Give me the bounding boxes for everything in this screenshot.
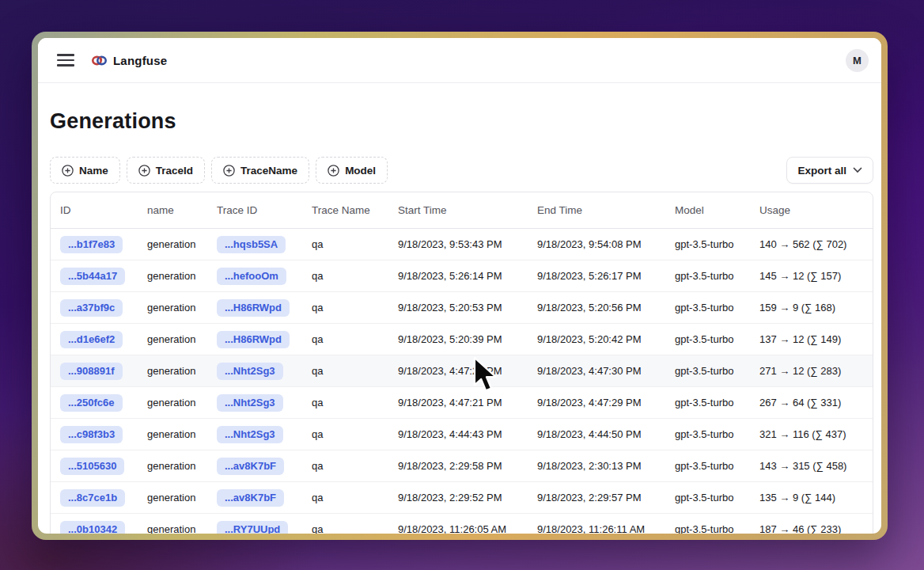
- trace-name-cell: qa: [302, 302, 388, 314]
- model-cell: gpt-3.5-turbo: [665, 333, 750, 345]
- usage-cell: 140 → 562 (∑ 702): [750, 238, 873, 250]
- generation-id-pill[interactable]: ...c98f3b3: [60, 426, 123, 443]
- plus-circle-icon: [138, 165, 150, 177]
- column-header-trace-id: Trace ID: [207, 204, 302, 216]
- table-row[interactable]: ...5b44a17 generation ...hefooOm qa 9/18…: [51, 260, 873, 292]
- table-row-hovered[interactable]: ...908891f generation ...Nht2Sg3 qa 9/18…: [51, 355, 873, 387]
- name-cell: generation: [138, 333, 207, 345]
- trace-id-pill[interactable]: ...av8K7bF: [217, 458, 284, 475]
- end-time-cell: 9/18/2023, 4:47:29 PM: [528, 397, 665, 408]
- end-time-cell: 9/18/2023, 4:47:30 PM: [528, 365, 665, 377]
- model-cell: gpt-3.5-turbo: [665, 460, 750, 472]
- trace-name-cell: qa: [302, 365, 388, 377]
- filter-button-model[interactable]: Model: [316, 157, 388, 184]
- controls-row: Name TraceId TraceName Model Export all: [50, 157, 873, 184]
- start-time-cell: 9/18/2023, 9:53:43 PM: [388, 238, 528, 250]
- name-cell: generation: [138, 365, 207, 377]
- column-header-name: name: [138, 204, 207, 216]
- end-time-cell: 9/18/2023, 5:20:56 PM: [528, 302, 665, 314]
- table-row[interactable]: ...5105630 generation ...av8K7bF qa 9/18…: [51, 450, 873, 482]
- column-header-end-time: End Time: [528, 204, 665, 216]
- filter-label: TraceId: [156, 165, 193, 177]
- generation-id-pill[interactable]: ...d1e6ef2: [60, 331, 123, 348]
- model-cell: gpt-3.5-turbo: [665, 302, 750, 314]
- model-cell: gpt-3.5-turbo: [665, 397, 750, 408]
- column-header-id: ID: [51, 204, 138, 216]
- name-cell: generation: [138, 492, 207, 504]
- end-time-cell: 9/18/2023, 9:54:08 PM: [528, 238, 665, 250]
- start-time-cell: 9/18/2023, 2:29:58 PM: [388, 460, 528, 472]
- usage-cell: 137 → 12 (∑ 149): [750, 333, 873, 345]
- filter-button-name[interactable]: Name: [50, 157, 120, 184]
- end-time-cell: 9/18/2023, 4:44:50 PM: [528, 428, 665, 440]
- start-time-cell: 9/18/2023, 4:44:43 PM: [388, 428, 528, 440]
- table-row[interactable]: ...8c7ce1b generation ...av8K7bF qa 9/18…: [51, 482, 873, 514]
- generations-table: ID name Trace ID Trace Name Start Time E…: [50, 192, 873, 534]
- usage-cell: 271 → 12 (∑ 283): [750, 365, 873, 377]
- trace-name-cell: qa: [302, 270, 388, 282]
- table-row[interactable]: ...0b10342 generation ...RY7UUpd qa 9/18…: [51, 514, 873, 534]
- model-cell: gpt-3.5-turbo: [665, 523, 750, 534]
- trace-id-pill[interactable]: ...RY7UUpd: [217, 521, 288, 534]
- name-cell: generation: [138, 523, 207, 534]
- table-row[interactable]: ...a37bf9c generation ...H86RWpd qa 9/18…: [51, 292, 873, 324]
- usage-cell: 187 → 46 (∑ 233): [750, 523, 873, 534]
- filter-label: Name: [79, 165, 108, 177]
- trace-id-pill[interactable]: ...Nht2Sg3: [217, 426, 283, 443]
- generation-id-pill[interactable]: ...b1f7e83: [60, 236, 123, 253]
- generation-id-pill[interactable]: ...5105630: [60, 458, 124, 475]
- table-row[interactable]: ...b1f7e83 generation ...hqsb5SA qa 9/18…: [51, 229, 873, 260]
- trace-id-pill[interactable]: ...H86RWpd: [217, 331, 290, 348]
- generation-id-pill[interactable]: ...250fc6e: [60, 394, 123, 412]
- name-cell: generation: [138, 428, 207, 440]
- trace-id-pill[interactable]: ...hqsb5SA: [217, 236, 286, 253]
- export-all-button[interactable]: Export all: [786, 157, 873, 184]
- column-header-trace-name: Trace Name: [302, 204, 388, 216]
- usage-cell: 267 → 64 (∑ 331): [750, 397, 873, 408]
- name-cell: generation: [138, 460, 207, 472]
- plus-circle-icon: [328, 165, 339, 177]
- model-cell: gpt-3.5-turbo: [665, 238, 750, 250]
- generation-id-pill[interactable]: ...908891f: [60, 363, 123, 380]
- langfuse-knot-logo-icon: [92, 55, 107, 66]
- column-header-usage: Usage: [750, 204, 873, 216]
- trace-name-cell: qa: [302, 428, 388, 440]
- window-frame: Langfuse M Generations Name TraceId Trac…: [32, 32, 888, 540]
- trace-name-cell: qa: [302, 523, 388, 534]
- table-row[interactable]: ...250fc6e generation ...Nht2Sg3 qa 9/18…: [51, 387, 873, 419]
- table-row[interactable]: ...c98f3b3 generation ...Nht2Sg3 qa 9/18…: [51, 419, 873, 450]
- name-cell: generation: [138, 270, 207, 282]
- end-time-cell: 9/18/2023, 2:30:13 PM: [528, 460, 665, 472]
- start-time-cell: 9/18/2023, 5:20:39 PM: [388, 333, 528, 345]
- user-avatar[interactable]: M: [846, 49, 869, 72]
- start-time-cell: 9/18/2023, 5:26:14 PM: [388, 270, 528, 282]
- start-time-cell: 9/18/2023, 2:29:52 PM: [388, 492, 528, 504]
- hamburger-menu-icon[interactable]: [57, 54, 74, 66]
- trace-name-cell: qa: [302, 333, 388, 345]
- generation-id-pill[interactable]: ...0b10342: [60, 521, 125, 534]
- trace-id-pill[interactable]: ...hefooOm: [217, 268, 286, 285]
- brand: Langfuse: [92, 54, 167, 67]
- end-time-cell: 9/18/2023, 5:20:42 PM: [528, 333, 665, 345]
- trace-name-cell: qa: [302, 492, 388, 504]
- main-content: Generations Name TraceId TraceName Model: [38, 83, 881, 534]
- page-title: Generations: [50, 109, 873, 134]
- generation-id-pill[interactable]: ...5b44a17: [60, 268, 125, 285]
- trace-id-pill[interactable]: ...av8K7bF: [217, 489, 284, 507]
- trace-id-pill[interactable]: ...Nht2Sg3: [217, 363, 283, 380]
- chevron-down-icon: [853, 167, 862, 173]
- filter-button-traceid[interactable]: TraceId: [127, 157, 205, 184]
- usage-cell: 143 → 315 (∑ 458): [750, 460, 873, 472]
- usage-cell: 321 → 116 (∑ 437): [750, 428, 873, 440]
- brand-name: Langfuse: [113, 54, 167, 67]
- table-row[interactable]: ...d1e6ef2 generation ...H86RWpd qa 9/18…: [51, 324, 873, 355]
- generation-id-pill[interactable]: ...8c7ce1b: [60, 489, 125, 507]
- trace-id-pill[interactable]: ...Nht2Sg3: [217, 394, 283, 412]
- generation-id-pill[interactable]: ...a37bf9c: [60, 299, 123, 317]
- model-cell: gpt-3.5-turbo: [665, 492, 750, 504]
- usage-cell: 135 → 9 (∑ 144): [750, 492, 873, 504]
- usage-cell: 145 → 12 (∑ 157): [750, 270, 873, 282]
- name-cell: generation: [138, 397, 207, 408]
- trace-id-pill[interactable]: ...H86RWpd: [217, 299, 290, 317]
- filter-button-tracename[interactable]: TraceName: [211, 157, 309, 184]
